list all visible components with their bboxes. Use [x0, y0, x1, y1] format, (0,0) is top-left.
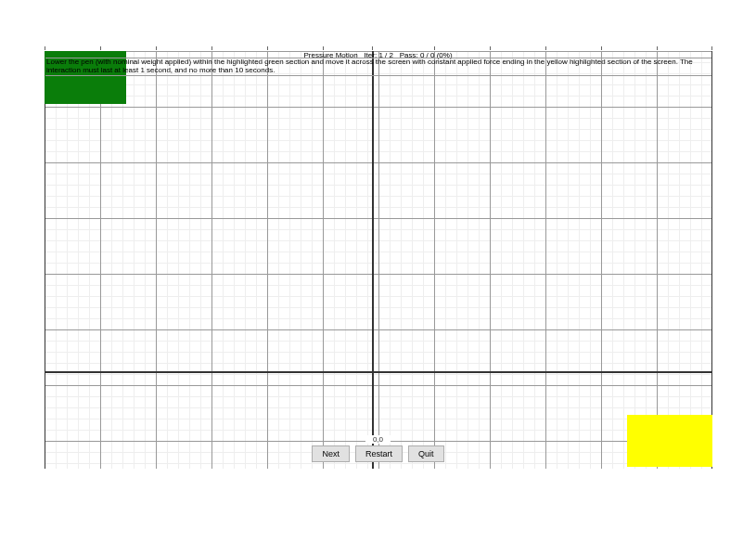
grid-major-lines — [45, 51, 712, 469]
control-button-row: Next Restart Quit — [0, 445, 756, 462]
instruction-text: Lower the pen (with nominal weight appli… — [45, 58, 711, 76]
restart-button[interactable]: Restart — [355, 445, 403, 462]
x-axis — [45, 371, 712, 373]
test-grid-canvas[interactable] — [45, 51, 712, 469]
y-axis — [372, 51, 374, 469]
origin-label-text: 0,0 — [365, 435, 391, 444]
next-button[interactable]: Next — [312, 445, 350, 462]
quit-button[interactable]: Quit — [408, 445, 444, 462]
pressure-motion-test-window: Pressure Motion Iter: 1 / 2 Pass: 0 / 0 … — [0, 0, 756, 542]
origin-label: 0,0 — [0, 435, 756, 444]
